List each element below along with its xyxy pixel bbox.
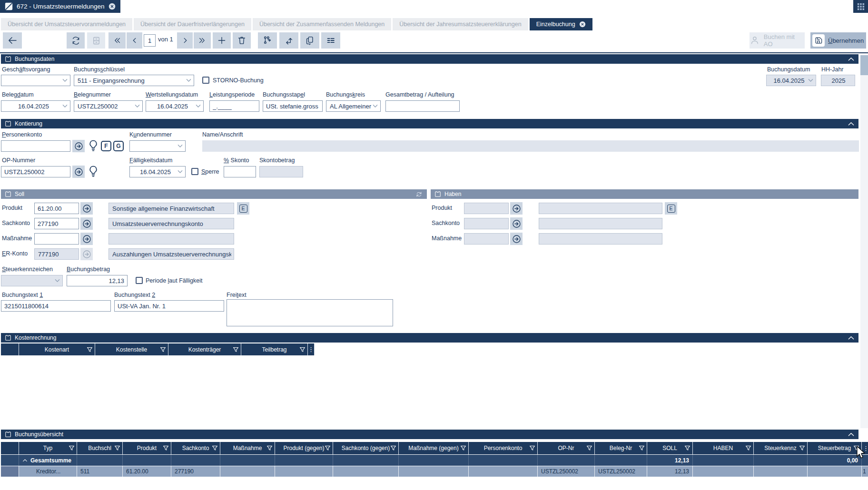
lightbulb-icon[interactable] <box>87 138 100 153</box>
previous-record-button[interactable] <box>127 32 142 49</box>
vertical-scrollbar-track[interactable] <box>860 54 868 428</box>
tab-uebersicht-zusammenfassende-meldungen[interactable]: Übersicht der Zusammenfassenden Meldunge… <box>253 18 391 30</box>
workflow-button[interactable] <box>258 32 277 49</box>
refresh-button[interactable] <box>67 32 85 49</box>
column-header-massnahme-gegen[interactable]: Maßnahme (gegen) <box>399 442 469 454</box>
belegdatum-select[interactable]: 16.04.2025 <box>1 100 70 112</box>
collapse-chevron-icon[interactable] <box>848 335 855 340</box>
last-record-button[interactable] <box>194 32 211 49</box>
haben-massnahme-lookup-button[interactable] <box>510 233 523 245</box>
apps-grid-button[interactable] <box>853 0 868 13</box>
booking-row[interactable]: Kreditor... 511 61.20.00 277190 USTZL250… <box>1 466 868 477</box>
section-header-haben[interactable]: Haben <box>431 189 858 199</box>
column-header-produkt-gegen[interactable]: Produkt (gegen) <box>275 442 333 454</box>
buchen-mit-ao-button[interactable]: Buchen mit AO <box>750 32 805 49</box>
column-header-op-nr[interactable]: OP-Nr <box>538 442 595 454</box>
soll-produkt-input[interactable] <box>34 203 79 214</box>
list-view-button[interactable] <box>321 32 340 49</box>
geschaeftsvorgang-select[interactable] <box>1 75 70 86</box>
buchungstext-1-input[interactable] <box>1 300 111 312</box>
collapse-chevron-icon[interactable] <box>848 121 855 126</box>
section-header-kontierung[interactable]: Kontierung <box>1 119 858 128</box>
cell-gesamtsumme[interactable]: Gesamtsumme <box>19 455 77 466</box>
buchungsstapel-input[interactable] <box>263 100 323 112</box>
column-header-kostentraeger[interactable]: Kostenträger <box>168 343 241 355</box>
haben-sachkonto-lookup-button[interactable] <box>510 217 523 230</box>
column-header-sachkonto[interactable]: Sachkonto <box>171 442 220 454</box>
buchungsschluessel-select[interactable]: 511 - Eingangsrechnung <box>74 75 194 86</box>
soll-produkt-e-button[interactable]: E <box>237 202 249 215</box>
column-header-steuerbetrag[interactable]: Steuerbetrag <box>808 442 862 454</box>
filter-icon[interactable] <box>745 445 751 451</box>
section-header-kostenrechnung[interactable]: Kostenrechnung <box>1 333 858 343</box>
filter-icon[interactable] <box>460 445 466 451</box>
buchungsbetrag-input[interactable] <box>67 275 128 286</box>
soll-massnahme-lookup-button[interactable] <box>80 233 93 245</box>
page-number-input[interactable] <box>144 34 156 47</box>
soll-massnahme-input[interactable] <box>34 233 79 245</box>
column-header-personenkonto[interactable]: Personenkonto <box>469 442 538 454</box>
column-header-beleg-nr[interactable]: Beleg-Nr <box>595 442 647 454</box>
filter-icon[interactable] <box>69 445 75 451</box>
tab-uebersicht-umsatzsteuervoranmeldungen[interactable]: Übersicht der Umsatzsteuervoranmeldungen <box>1 18 132 30</box>
leistungsperiode-input[interactable] <box>209 100 259 112</box>
column-header-haben[interactable]: HABEN <box>693 442 754 454</box>
archive-button[interactable] <box>87 32 105 49</box>
freitext-textarea[interactable] <box>227 299 393 326</box>
soll-produkt-lookup-button[interactable] <box>80 202 93 215</box>
back-button[interactable] <box>3 32 22 49</box>
personenkonto-input[interactable] <box>1 140 70 152</box>
column-header-steuerkennz[interactable]: Steuerkennz <box>754 442 808 454</box>
swap-icon[interactable] <box>415 190 423 198</box>
next-record-button[interactable] <box>177 32 193 49</box>
filter-icon[interactable] <box>390 445 396 451</box>
column-header-produkt[interactable]: Produkt <box>123 442 171 454</box>
column-header-soll[interactable]: SOLL <box>647 442 693 454</box>
tab-close-icon[interactable] <box>579 21 586 28</box>
column-header-massnahme[interactable]: Maßnahme <box>220 442 275 454</box>
window-tab[interactable]: 672 - Umsatzsteuermeldungen <box>0 0 120 13</box>
copy-booking-button[interactable] <box>300 32 319 49</box>
buchungskreis-select[interactable]: AL Allgemeiner <box>326 100 381 112</box>
gesamtbetrag-input[interactable] <box>385 100 460 112</box>
uebernehmen-button[interactable]: Übernehmen <box>810 32 866 49</box>
filter-icon[interactable] <box>266 445 273 451</box>
kundennummer-select[interactable] <box>129 140 186 152</box>
filter-icon[interactable] <box>586 445 592 451</box>
skonto-prozent-input[interactable] <box>224 166 256 177</box>
add-record-button[interactable] <box>213 32 231 49</box>
wertstellungsdatum-select[interactable]: 16.04.2025 <box>146 100 204 112</box>
filter-icon[interactable] <box>639 445 645 451</box>
buchungsdatum-select[interactable]: 16.04.2025 <box>766 75 816 86</box>
collapse-chevron-icon[interactable] <box>848 432 855 437</box>
row-selector-cell[interactable] <box>1 455 19 466</box>
soll-sachkonto-input[interactable] <box>34 218 79 229</box>
vertical-scrollbar-thumb[interactable] <box>860 55 868 75</box>
storno-checkbox[interactable] <box>202 77 209 84</box>
hh-jahr-field[interactable]: 2025 <box>821 75 855 86</box>
haben-produkt-e-button[interactable]: E <box>665 202 677 215</box>
filter-icon[interactable] <box>160 347 166 353</box>
first-record-button[interactable] <box>108 32 126 49</box>
tab-einzelbuchung[interactable]: Einzelbuchung <box>530 18 592 30</box>
filter-icon[interactable] <box>114 445 120 451</box>
f-button[interactable]: F <box>101 141 111 151</box>
lightbulb-icon[interactable] <box>87 164 100 178</box>
filter-icon[interactable] <box>163 445 169 451</box>
column-header-sachkonto-gegen[interactable]: Sachkonto (gegen) <box>333 442 399 454</box>
filter-icon[interactable] <box>212 445 218 451</box>
op-nummer-lookup-button[interactable] <box>72 166 85 178</box>
periode-laut-faelligkeit-checkbox[interactable] <box>136 277 143 284</box>
column-header-buchschl[interactable]: Buchschl <box>77 442 123 454</box>
section-header-buchungsuebersicht[interactable]: Buchungsübersicht <box>1 430 858 439</box>
filter-icon[interactable] <box>529 445 535 451</box>
tab-uebersicht-dauerfristverlaengerungen[interactable]: Übersicht der Dauerfristverlängerungen <box>134 18 251 30</box>
personenkonto-lookup-button[interactable] <box>72 140 85 152</box>
steuerkennzeichen-select[interactable] <box>1 275 63 286</box>
delete-record-button[interactable] <box>233 32 251 49</box>
belegnummer-select[interactable]: USTZL250002 <box>74 100 143 112</box>
tab-uebersicht-jahresumsatzsteuererklaerungen[interactable]: Übersicht der Jahresumsatzsteuererklärun… <box>393 18 528 30</box>
table-menu-button[interactable]: ⋮ <box>308 343 315 355</box>
split-booking-button[interactable] <box>279 32 298 49</box>
filter-icon[interactable] <box>325 445 331 451</box>
